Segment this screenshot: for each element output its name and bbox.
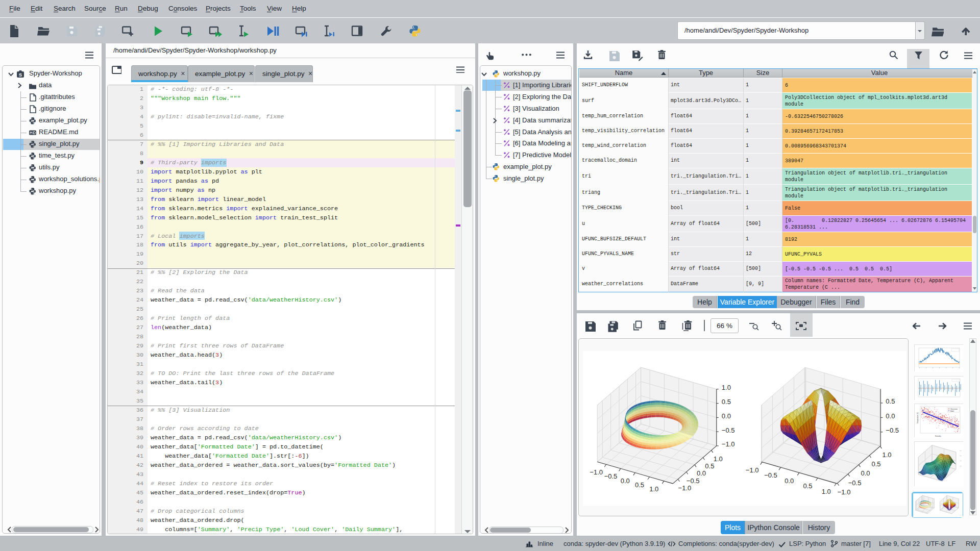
svg-text:−1.0: −1.0 <box>722 440 735 448</box>
svg-text:−0.5: −0.5 <box>848 479 862 487</box>
svg-text:−0.5: −0.5 <box>886 427 899 434</box>
svg-text:S: S <box>19 71 22 77</box>
svg-text:0.0: 0.0 <box>785 477 794 485</box>
svg-text:—: — <box>960 459 962 462</box>
svg-text:1.0: 1.0 <box>882 451 891 459</box>
svg-text:—: — <box>960 464 962 467</box>
svg-text:−1.0: −1.0 <box>746 466 759 474</box>
svg-text:−0.5: −0.5 <box>604 472 618 480</box>
svg-text:1.0: 1.0 <box>649 485 658 493</box>
svg-text:0.5: 0.5 <box>886 397 895 405</box>
svg-text:0.5: 0.5 <box>635 481 644 489</box>
svg-text:1.0: 1.0 <box>722 384 731 391</box>
svg-text:—: — <box>960 454 962 457</box>
svg-text:0.0: 0.0 <box>722 412 731 420</box>
svg-text:1.0: 1.0 <box>822 488 831 495</box>
svg-text:0.0: 0.0 <box>886 412 895 420</box>
svg-text:−1.0: −1.0 <box>678 484 692 492</box>
svg-text:0.5: 0.5 <box>871 460 880 468</box>
svg-text:1.0: 1.0 <box>714 455 723 463</box>
svg-text:0.0: 0.0 <box>621 477 630 485</box>
svg-text:−0.5: −0.5 <box>722 427 735 434</box>
svg-text:0.5: 0.5 <box>722 398 731 406</box>
svg-text:−0.5: −0.5 <box>764 471 777 479</box>
svg-text:0.5: 0.5 <box>803 482 812 490</box>
svg-text:Temperature (C): Temperature (C) <box>917 412 919 423</box>
svg-text:0.0: 0.0 <box>697 469 706 477</box>
svg-text:−1.0: −1.0 <box>590 468 603 476</box>
svg-text:Model: Model <box>950 410 954 412</box>
svg-text:0.0: 0.0 <box>861 469 870 477</box>
svg-text:—: — <box>960 449 962 452</box>
svg-text:−0.5: −0.5 <box>687 477 700 485</box>
svg-text:Observation: Observation <box>950 408 958 410</box>
svg-text:−1.0: −1.0 <box>838 488 851 496</box>
svg-text:Humidity: Humidity <box>935 435 941 437</box>
svg-text:0.5: 0.5 <box>705 462 714 470</box>
